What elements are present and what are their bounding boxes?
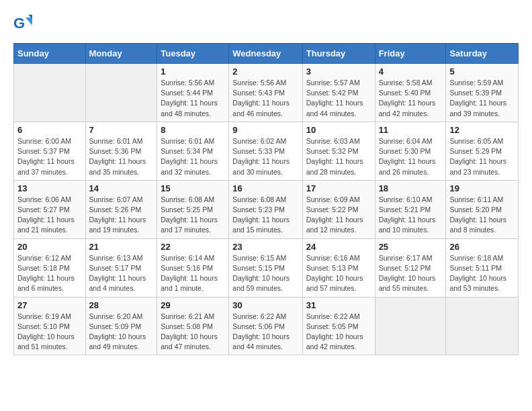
day-number: 3 — [306, 66, 371, 77]
day-info: Sunrise: 6:16 AM Sunset: 5:13 PM Dayligh… — [306, 253, 371, 294]
calendar-day-cell: 22Sunrise: 6:14 AM Sunset: 5:16 PM Dayli… — [157, 238, 229, 297]
calendar-day-cell: 1Sunrise: 5:56 AM Sunset: 5:44 PM Daylig… — [157, 64, 229, 122]
day-number: 4 — [379, 66, 443, 77]
calendar-day-cell: 27Sunrise: 6:19 AM Sunset: 5:10 PM Dayli… — [14, 297, 86, 355]
day-number: 1 — [161, 66, 225, 77]
day-info: Sunrise: 6:10 AM Sunset: 5:21 PM Dayligh… — [379, 195, 443, 236]
weekday-header-cell: Friday — [375, 44, 446, 64]
day-number: 18 — [379, 183, 443, 193]
calendar-day-cell: 7Sunrise: 6:01 AM Sunset: 5:36 PM Daylig… — [85, 122, 157, 180]
day-number: 15 — [161, 183, 225, 193]
svg-marker-1 — [26, 17, 32, 26]
day-info: Sunrise: 5:59 AM Sunset: 5:39 PM Dayligh… — [449, 78, 515, 119]
calendar-day-cell: 20Sunrise: 6:12 AM Sunset: 5:18 PM Dayli… — [14, 238, 86, 297]
day-number: 12 — [449, 125, 515, 135]
day-info: Sunrise: 5:57 AM Sunset: 5:42 PM Dayligh… — [306, 78, 371, 119]
day-info: Sunrise: 6:13 AM Sunset: 5:17 PM Dayligh… — [89, 253, 154, 294]
calendar-week-row: 20Sunrise: 6:12 AM Sunset: 5:18 PM Dayli… — [14, 238, 519, 297]
calendar-day-cell: 3Sunrise: 5:57 AM Sunset: 5:42 PM Daylig… — [302, 64, 375, 122]
calendar-day-cell: 11Sunrise: 6:04 AM Sunset: 5:30 PM Dayli… — [375, 122, 446, 180]
calendar-day-cell: 31Sunrise: 6:22 AM Sunset: 5:05 PM Dayli… — [302, 297, 375, 355]
day-info: Sunrise: 6:08 AM Sunset: 5:25 PM Dayligh… — [161, 195, 225, 236]
day-info: Sunrise: 5:58 AM Sunset: 5:40 PM Dayligh… — [379, 78, 443, 119]
calendar-day-cell: 10Sunrise: 6:03 AM Sunset: 5:32 PM Dayli… — [302, 122, 375, 180]
calendar-day-cell: 4Sunrise: 5:58 AM Sunset: 5:40 PM Daylig… — [375, 64, 446, 122]
day-number: 22 — [161, 242, 225, 252]
day-info: Sunrise: 5:56 AM Sunset: 5:44 PM Dayligh… — [161, 78, 225, 119]
day-number: 19 — [449, 183, 515, 193]
day-number: 7 — [89, 125, 154, 135]
day-info: Sunrise: 6:06 AM Sunset: 5:27 PM Dayligh… — [17, 195, 82, 236]
header: G — [13, 13, 519, 32]
day-number: 6 — [17, 125, 82, 135]
calendar-day-cell: 15Sunrise: 6:08 AM Sunset: 5:25 PM Dayli… — [157, 180, 229, 238]
day-info: Sunrise: 6:18 AM Sunset: 5:11 PM Dayligh… — [449, 253, 515, 294]
calendar-day-cell — [14, 64, 86, 122]
day-info: Sunrise: 6:09 AM Sunset: 5:22 PM Dayligh… — [306, 195, 371, 236]
day-info: Sunrise: 6:01 AM Sunset: 5:36 PM Dayligh… — [89, 136, 154, 177]
calendar-day-cell: 23Sunrise: 6:15 AM Sunset: 5:15 PM Dayli… — [229, 238, 302, 297]
day-info: Sunrise: 6:19 AM Sunset: 5:10 PM Dayligh… — [17, 312, 82, 353]
day-number: 2 — [232, 66, 298, 77]
day-info: Sunrise: 6:20 AM Sunset: 5:09 PM Dayligh… — [89, 312, 154, 353]
day-number: 10 — [306, 125, 371, 135]
svg-text:G: G — [13, 15, 25, 32]
calendar-week-row: 27Sunrise: 6:19 AM Sunset: 5:10 PM Dayli… — [14, 297, 519, 355]
logo-icon: G — [13, 13, 32, 32]
calendar-day-cell: 25Sunrise: 6:17 AM Sunset: 5:12 PM Dayli… — [375, 238, 446, 297]
day-number: 27 — [17, 300, 82, 310]
calendar-day-cell: 6Sunrise: 6:00 AM Sunset: 5:37 PM Daylig… — [14, 122, 86, 180]
day-info: Sunrise: 6:07 AM Sunset: 5:26 PM Dayligh… — [89, 195, 154, 236]
day-number: 5 — [449, 66, 515, 77]
day-number: 11 — [379, 125, 443, 135]
calendar-day-cell: 2Sunrise: 5:56 AM Sunset: 5:43 PM Daylig… — [229, 64, 302, 122]
calendar-day-cell: 14Sunrise: 6:07 AM Sunset: 5:26 PM Dayli… — [85, 180, 157, 238]
weekday-header-cell: Saturday — [446, 44, 519, 64]
calendar-day-cell: 12Sunrise: 6:05 AM Sunset: 5:29 PM Dayli… — [446, 122, 519, 180]
calendar-week-row: 13Sunrise: 6:06 AM Sunset: 5:27 PM Dayli… — [14, 180, 519, 238]
calendar-day-cell: 8Sunrise: 6:01 AM Sunset: 5:34 PM Daylig… — [157, 122, 229, 180]
day-number: 16 — [232, 183, 298, 193]
calendar-day-cell: 29Sunrise: 6:21 AM Sunset: 5:08 PM Dayli… — [157, 297, 229, 355]
weekday-header-cell: Thursday — [302, 44, 375, 64]
day-info: Sunrise: 6:21 AM Sunset: 5:08 PM Dayligh… — [161, 312, 225, 353]
day-info: Sunrise: 6:00 AM Sunset: 5:37 PM Dayligh… — [17, 136, 82, 177]
calendar-body: 1Sunrise: 5:56 AM Sunset: 5:44 PM Daylig… — [14, 64, 519, 355]
day-number: 28 — [89, 300, 154, 310]
weekday-header-cell: Tuesday — [157, 44, 229, 64]
day-info: Sunrise: 6:01 AM Sunset: 5:34 PM Dayligh… — [161, 136, 225, 177]
day-number: 8 — [161, 125, 225, 135]
day-info: Sunrise: 6:22 AM Sunset: 5:05 PM Dayligh… — [306, 312, 371, 353]
day-number: 23 — [232, 242, 298, 252]
calendar-day-cell: 24Sunrise: 6:16 AM Sunset: 5:13 PM Dayli… — [302, 238, 375, 297]
day-info: Sunrise: 6:08 AM Sunset: 5:23 PM Dayligh… — [232, 195, 298, 236]
calendar-day-cell: 17Sunrise: 6:09 AM Sunset: 5:22 PM Dayli… — [302, 180, 375, 238]
day-number: 24 — [306, 242, 371, 252]
day-number: 14 — [89, 183, 154, 193]
day-number: 21 — [89, 242, 154, 252]
day-number: 13 — [17, 183, 82, 193]
day-number: 30 — [232, 300, 298, 310]
day-number: 17 — [306, 183, 371, 193]
day-info: Sunrise: 6:03 AM Sunset: 5:32 PM Dayligh… — [306, 136, 371, 177]
calendar-day-cell: 5Sunrise: 5:59 AM Sunset: 5:39 PM Daylig… — [446, 64, 519, 122]
day-info: Sunrise: 5:56 AM Sunset: 5:43 PM Dayligh… — [232, 78, 298, 119]
weekday-header-cell: Wednesday — [229, 44, 302, 64]
day-info: Sunrise: 6:12 AM Sunset: 5:18 PM Dayligh… — [17, 253, 82, 294]
day-info: Sunrise: 6:04 AM Sunset: 5:30 PM Dayligh… — [379, 136, 443, 177]
day-number: 20 — [17, 242, 82, 252]
day-number: 25 — [379, 242, 443, 252]
day-info: Sunrise: 6:05 AM Sunset: 5:29 PM Dayligh… — [449, 136, 515, 177]
calendar-day-cell: 28Sunrise: 6:20 AM Sunset: 5:09 PM Dayli… — [85, 297, 157, 355]
calendar-day-cell: 19Sunrise: 6:11 AM Sunset: 5:20 PM Dayli… — [446, 180, 519, 238]
calendar-week-row: 1Sunrise: 5:56 AM Sunset: 5:44 PM Daylig… — [14, 64, 519, 122]
calendar-day-cell: 30Sunrise: 6:22 AM Sunset: 5:06 PM Dayli… — [229, 297, 302, 355]
day-info: Sunrise: 6:14 AM Sunset: 5:16 PM Dayligh… — [161, 253, 225, 294]
day-number: 29 — [161, 300, 225, 310]
weekday-header-row: SundayMondayTuesdayWednesdayThursdayFrid… — [14, 44, 519, 64]
day-number: 26 — [449, 242, 515, 252]
calendar-day-cell: 13Sunrise: 6:06 AM Sunset: 5:27 PM Dayli… — [14, 180, 86, 238]
day-number: 31 — [306, 300, 371, 310]
day-info: Sunrise: 6:17 AM Sunset: 5:12 PM Dayligh… — [379, 253, 443, 294]
calendar-day-cell: 9Sunrise: 6:02 AM Sunset: 5:33 PM Daylig… — [229, 122, 302, 180]
